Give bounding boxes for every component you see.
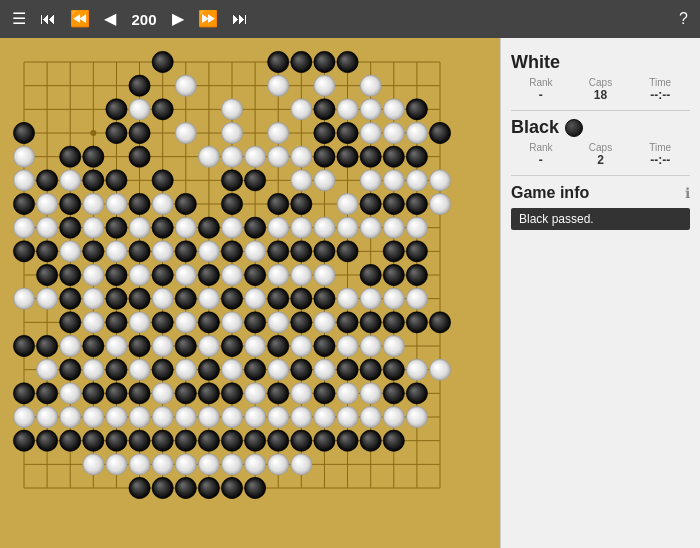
- white-rank-block: Rank -: [511, 77, 571, 102]
- go-board[interactable]: [0, 38, 464, 512]
- first-button[interactable]: ⏮: [36, 9, 60, 29]
- menu-button[interactable]: ☰: [8, 9, 30, 29]
- black-caps-label: Caps: [571, 142, 631, 153]
- last-button[interactable]: ⏭: [228, 9, 252, 29]
- black-rank-label: Rank: [511, 142, 571, 153]
- next-fast-button[interactable]: ⏩: [194, 9, 222, 29]
- white-player-section: White Rank - Caps 18 Time --:--: [511, 46, 690, 111]
- white-player-header: White: [511, 52, 690, 73]
- next-button[interactable]: ▶: [168, 9, 188, 29]
- side-panel: White Rank - Caps 18 Time --:-- Bl: [500, 38, 700, 548]
- info-icon[interactable]: ℹ: [685, 185, 690, 201]
- white-rank-label: Rank: [511, 77, 571, 88]
- white-time-value: --:--: [630, 88, 690, 102]
- black-player-section: Black Rank - Caps 2 Time --:--: [511, 111, 690, 176]
- prev-button[interactable]: ◀: [100, 9, 120, 29]
- prev-fast-button[interactable]: ⏪: [66, 9, 94, 29]
- black-caps-value: 2: [571, 153, 631, 167]
- black-caps-block: Caps 2: [571, 142, 631, 167]
- white-player-name: White: [511, 52, 560, 73]
- white-player-stats: Rank - Caps 18 Time --:--: [511, 77, 690, 102]
- toolbar: ☰ ⏮ ⏪ ◀ 200 ▶ ⏩ ⏭ ?: [0, 0, 700, 38]
- game-info-header: Game info ℹ: [511, 184, 690, 202]
- black-time-block: Time --:--: [630, 142, 690, 167]
- white-caps-block: Caps 18: [571, 77, 631, 102]
- help-button[interactable]: ?: [675, 9, 692, 29]
- game-info-section: Game info ℹ Black passed.: [511, 176, 690, 230]
- white-time-block: Time --:--: [630, 77, 690, 102]
- black-player-stats: Rank - Caps 2 Time --:--: [511, 142, 690, 167]
- black-rank-block: Rank -: [511, 142, 571, 167]
- move-counter: 200: [126, 11, 162, 28]
- white-caps-value: 18: [571, 88, 631, 102]
- main-area: White Rank - Caps 18 Time --:-- Bl: [0, 38, 700, 548]
- white-rank-value: -: [511, 88, 571, 102]
- board-container[interactable]: [0, 38, 500, 548]
- black-player-name: Black: [511, 117, 559, 138]
- black-stone-indicator: [565, 119, 583, 137]
- white-time-label: Time: [630, 77, 690, 88]
- black-rank-value: -: [511, 153, 571, 167]
- game-message: Black passed.: [511, 208, 690, 230]
- black-player-header: Black: [511, 117, 690, 138]
- black-time-value: --:--: [630, 153, 690, 167]
- game-info-title: Game info: [511, 184, 589, 202]
- white-caps-label: Caps: [571, 77, 631, 88]
- black-time-label: Time: [630, 142, 690, 153]
